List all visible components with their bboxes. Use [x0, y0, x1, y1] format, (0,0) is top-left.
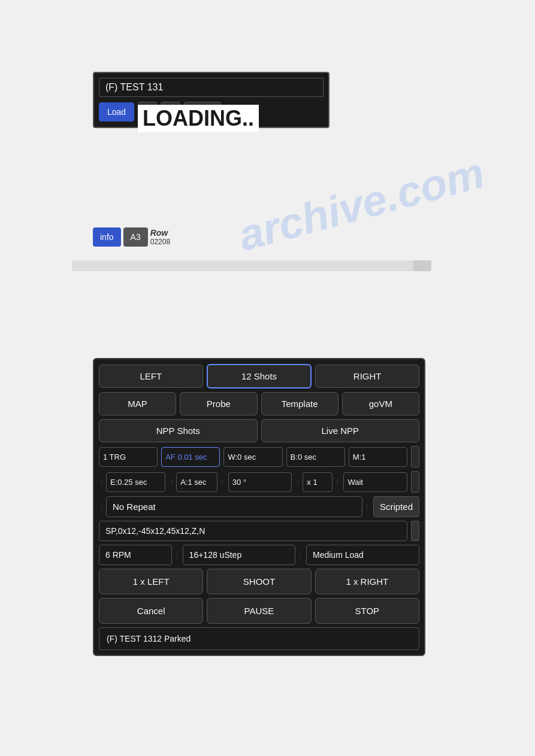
e-field-wrapper: ⋮ E:0.25 sec	[99, 472, 165, 492]
npp-shots-button[interactable]: NPP Shots	[99, 419, 258, 442]
e-dots-left: ⋮	[99, 479, 104, 485]
a-field-wrapper: ⋮ A:1 sec ⋮	[169, 472, 225, 492]
a-field: A:1 sec	[176, 472, 217, 492]
x-field-wrapper: ⋮ x 1 ⋮	[295, 472, 340, 492]
x-field: x 1	[303, 472, 333, 492]
rpm-dots-right: ⋮	[174, 552, 179, 558]
wait-slider[interactable]	[411, 471, 419, 493]
a-dots-left: ⋮	[169, 479, 174, 485]
row-left-shots-right: LEFT 12 Shots RIGHT	[99, 364, 419, 388]
ustep-field: 16+128 uStep	[183, 545, 295, 565]
load-field: Medium Load	[306, 545, 419, 565]
row-e-a-deg-x-wait: ⋮ E:0.25 sec ⋮ A:1 sec ⋮ 30 ° ⋮ x 1 ⋮ Wa…	[99, 471, 419, 493]
m-slider[interactable]	[411, 446, 419, 467]
x-dots-right: ⋮	[334, 479, 340, 485]
w-field: W:0 sec	[223, 447, 282, 467]
info-button[interactable]: info	[93, 227, 121, 247]
rpm-field-wrapper: 6 RPM ⋮	[99, 545, 179, 565]
progress-bar-fill	[72, 260, 413, 271]
map-button[interactable]: MAP	[99, 392, 176, 415]
loading-text: LOADING..	[138, 105, 259, 132]
top-panel-title: (F) TEST 131	[99, 78, 324, 97]
row-left-shoot-right: 1 x LEFT SHOOT 1 x RIGHT	[99, 569, 419, 594]
right-action-button[interactable]: 1 x RIGHT	[315, 569, 419, 594]
right-button[interactable]: RIGHT	[315, 365, 419, 388]
wait-field: Wait	[343, 472, 407, 492]
a3-button[interactable]: A3	[123, 227, 148, 247]
no-repeat-wrapper: ⋮ No Repeat ⋮	[99, 496, 370, 517]
scripted-button[interactable]: Scripted	[373, 496, 419, 517]
script-input[interactable]: SP,0x12,-45x12,45x12,Z,N	[99, 521, 407, 541]
status-bar: (F) TEST 1312 Parked	[99, 627, 419, 650]
row-number: 02208	[150, 238, 170, 246]
rpm-field: 6 RPM	[99, 545, 172, 565]
shoot-button[interactable]: SHOOT	[207, 569, 311, 594]
row-trg-af-w-b-m: 1 TRG AF 0.01 sec W:0 sec B:0 sec M:1	[99, 446, 419, 467]
b-field: B:0 sec	[286, 447, 345, 467]
row-no-repeat-scripted: ⋮ No Repeat ⋮ Scripted	[99, 496, 419, 517]
govm-button[interactable]: goVM	[342, 392, 419, 415]
template-button[interactable]: Template	[261, 392, 338, 415]
trg-field: 1 TRG	[99, 447, 158, 467]
no-repeat-field: No Repeat	[106, 496, 362, 517]
ustep-dots-right: ⋮	[297, 552, 303, 558]
a-dots-right: ⋮	[219, 479, 225, 485]
x-dots-left: ⋮	[295, 479, 301, 485]
no-repeat-dots-left: ⋮	[99, 503, 104, 510]
shots-button[interactable]: 12 Shots	[207, 364, 312, 388]
row-label: Row 02208	[150, 228, 170, 246]
main-control-panel: LEFT 12 Shots RIGHT MAP Probe Template g…	[93, 358, 425, 656]
cancel-button[interactable]: Cancel	[99, 598, 203, 624]
row-npp: NPP Shots Live NPP	[99, 419, 419, 442]
live-npp-button[interactable]: Live NPP	[261, 419, 420, 442]
row-rpm-ustep-load: 6 RPM ⋮ 16+128 uStep ⋮ Medium Load	[99, 545, 419, 565]
ustep-field-wrapper: 16+128 uStep ⋮	[183, 545, 303, 565]
af-field: AF 0.01 sec	[161, 447, 220, 467]
progress-bar	[72, 260, 431, 271]
no-repeat-dots-right: ⋮	[364, 503, 370, 510]
left-button[interactable]: LEFT	[99, 365, 203, 388]
probe-button[interactable]: Probe	[180, 392, 257, 415]
watermark-text: archive.com	[233, 148, 489, 260]
row-title: Row	[150, 228, 168, 238]
stop-button[interactable]: STOP	[315, 598, 419, 624]
script-scroll[interactable]	[411, 521, 419, 541]
left-action-button[interactable]: 1 x LEFT	[99, 569, 203, 594]
m-field: M:1	[349, 447, 407, 467]
load-button[interactable]: Load	[99, 102, 134, 122]
e-field: E:0.25 sec	[106, 472, 165, 492]
info-panel: info A3 Row 02208	[93, 227, 170, 247]
row-script-input: SP,0x12,-45x12,45x12,Z,N	[99, 521, 419, 541]
pause-button[interactable]: PAUSE	[207, 598, 311, 624]
row-map-probe-template-govm: MAP Probe Template goVM	[99, 392, 419, 415]
deg-field: 30 °	[228, 472, 292, 492]
row-cancel-pause-stop: Cancel PAUSE STOP	[99, 598, 419, 624]
